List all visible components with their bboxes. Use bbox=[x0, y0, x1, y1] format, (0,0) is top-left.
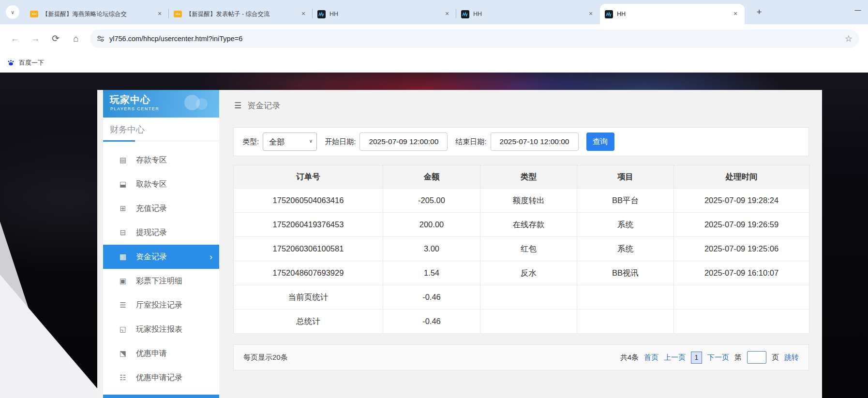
tab-search-button[interactable]: ∨ bbox=[6, 5, 19, 19]
hall-bet-icon: ☰ bbox=[119, 301, 127, 310]
empty-cell bbox=[480, 285, 577, 310]
deposit-icon: ▤ bbox=[119, 156, 127, 164]
empty-cell bbox=[577, 285, 674, 310]
tab-forum-2[interactable]: 【新提醒】发表帖子 - 综合交流 × bbox=[169, 4, 313, 24]
sidebar-item-label: 取款专区 bbox=[136, 179, 167, 190]
url-text[interactable]: yl756.com/hhcp/usercenter.html?iniType=6 bbox=[109, 35, 840, 43]
project-cell: BB平台 bbox=[577, 189, 674, 213]
sidebar-bottom-strip bbox=[103, 395, 219, 398]
table-row-grand-total: 总统计 -0.46 bbox=[234, 310, 809, 334]
page-title-bar: ☰ 资金记录 bbox=[234, 97, 280, 114]
home-icon[interactable]: ⌂ bbox=[66, 33, 86, 44]
first-page-link[interactable]: 首页 bbox=[644, 353, 658, 362]
type-cell: 在线存款 bbox=[480, 213, 577, 237]
sidebar-item-player-bet-report[interactable]: ◱ 玩家投注报表 bbox=[103, 317, 219, 341]
table-row: 1752060419376453 200.00 在线存款 系统 2025-07-… bbox=[234, 213, 809, 237]
user-center-panel: 玩家中心 PLAYERS CENTER 财务中心 ▤ 存款专区 ⬓ 取款专区 bbox=[97, 90, 822, 398]
type-cell: 红包 bbox=[480, 237, 577, 261]
jump-link[interactable]: 跳转 bbox=[784, 353, 799, 362]
project-cell: 系统 bbox=[577, 237, 674, 261]
amount-cell: 1.54 bbox=[383, 261, 480, 285]
promo-record-icon: ☷ bbox=[119, 373, 127, 382]
sidebar-item-label: 提现记录 bbox=[136, 228, 167, 238]
chevron-down-icon: ∨ bbox=[11, 9, 15, 15]
empty-cell bbox=[577, 310, 674, 334]
order-number-cell: 1752060306100581 bbox=[234, 237, 383, 261]
section-underline bbox=[103, 140, 135, 142]
sidebar-section-finance: 财务中心 bbox=[103, 119, 219, 141]
close-tab-icon[interactable]: × bbox=[299, 10, 308, 18]
sidebar-item-label: 彩票下注明细 bbox=[136, 276, 182, 286]
empty-cell bbox=[674, 310, 809, 334]
type-select-wrap: 全部 ∨ bbox=[263, 133, 317, 151]
sidebar-item-withdraw-zone[interactable]: ⬓ 取款专区 bbox=[103, 172, 219, 196]
close-tab-icon[interactable]: × bbox=[731, 10, 740, 18]
new-tab-button[interactable]: + bbox=[753, 6, 765, 18]
lottery-bet-icon: ▣ bbox=[119, 277, 127, 285]
sidebar-menu: ▤ 存款专区 ⬓ 取款专区 ⊞ 充值记录 ⊟ 提现记录 bbox=[103, 148, 219, 390]
search-button[interactable]: 查询 bbox=[586, 133, 614, 151]
tab-hh-1[interactable]: HH × bbox=[313, 4, 456, 24]
start-date-input[interactable] bbox=[359, 133, 448, 151]
withdraw-icon: ⬓ bbox=[119, 180, 127, 189]
tab-hh-3-active[interactable]: HH × bbox=[600, 4, 745, 24]
end-date-input[interactable] bbox=[491, 133, 579, 151]
players-center-header: 玩家中心 PLAYERS CENTER bbox=[103, 90, 219, 118]
type-select[interactable]: 全部 bbox=[263, 133, 317, 151]
col-type: 类型 bbox=[480, 165, 577, 189]
project-cell: 系统 bbox=[577, 213, 674, 237]
type-cell: 反水 bbox=[480, 261, 577, 285]
sidebar-item-label: 优惠申请 bbox=[136, 349, 167, 359]
navigation-bar: ← → ⟳ ⌂ yl756.com/hhcp/usercenter.html?i… bbox=[0, 24, 868, 53]
sidebar-item-recharge-records[interactable]: ⊞ 充值记录 bbox=[103, 196, 219, 221]
next-page-link[interactable]: 下一页 bbox=[707, 353, 729, 362]
chevron-right-icon: › bbox=[210, 252, 219, 262]
bookmarks-bar: 百度一下 bbox=[0, 53, 868, 73]
order-number-cell: 1752048607693929 bbox=[234, 261, 383, 285]
col-process-time: 处理时间 bbox=[674, 165, 809, 189]
close-tab-icon[interactable]: × bbox=[155, 10, 164, 18]
tab-hh-2[interactable]: HH × bbox=[456, 4, 600, 24]
sidebar-item-promo-apply-records[interactable]: ☷ 优惠申请记录 bbox=[103, 366, 219, 390]
bookmark-baidu[interactable]: 百度一下 bbox=[19, 59, 44, 67]
tab-forum-1[interactable]: 【新提醒】海燕策略论坛综合交 × bbox=[25, 4, 169, 24]
menu-icon: ☰ bbox=[234, 101, 241, 111]
hh-favicon-icon bbox=[605, 10, 613, 18]
start-date-label: 开始日期: bbox=[325, 137, 356, 147]
col-amount: 金额 bbox=[383, 165, 480, 189]
sidebar-item-label: 优惠申请记录 bbox=[136, 373, 182, 383]
table-row: 1752060504063416 -205.00 额度转出 BB平台 2025-… bbox=[234, 189, 809, 213]
back-icon[interactable]: ← bbox=[5, 33, 25, 44]
sidebar-item-withdrawal-records[interactable]: ⊟ 提现记录 bbox=[103, 221, 219, 245]
amount-cell: -0.46 bbox=[383, 285, 480, 310]
order-number-cell: 1752060504063416 bbox=[234, 189, 383, 213]
project-cell: BB视讯 bbox=[577, 261, 674, 285]
order-number-cell: 1752060419376453 bbox=[234, 213, 383, 237]
sidebar-item-promo-apply[interactable]: ⬔ 优惠申请 bbox=[103, 341, 219, 366]
bookmark-star-icon[interactable]: ☆ bbox=[845, 33, 853, 44]
close-tab-icon[interactable]: × bbox=[443, 10, 451, 18]
time-cell: 2025-07-09 19:26:59 bbox=[674, 213, 809, 237]
reload-icon[interactable]: ⟳ bbox=[45, 33, 66, 44]
sidebar-item-fund-records[interactable]: ▦ 资金记录 › bbox=[103, 245, 219, 269]
withdrawal-record-icon: ⊟ bbox=[119, 228, 127, 237]
hh-favicon-icon bbox=[317, 10, 326, 18]
end-date-label: 结束日期: bbox=[455, 137, 486, 147]
sidebar-item-deposit-zone[interactable]: ▤ 存款专区 bbox=[103, 148, 219, 172]
window-minimize-button[interactable]: — bbox=[851, 3, 865, 17]
section-title: 财务中心 bbox=[110, 124, 145, 135]
close-tab-icon[interactable]: × bbox=[586, 10, 595, 18]
table-header-row: 订单号 金额 类型 项目 处理时间 bbox=[234, 165, 809, 189]
sidebar-item-hall-bet-records[interactable]: ☰ 厅室投注记录 bbox=[103, 293, 219, 317]
prev-page-link[interactable]: 上一页 bbox=[664, 353, 686, 362]
sidebar-title: 玩家中心 bbox=[110, 93, 150, 106]
page-background: 玩家中心 PLAYERS CENTER 财务中心 ▤ 存款专区 ⬓ 取款专区 bbox=[0, 73, 868, 398]
url-input[interactable]: yl756.com/hhcp/usercenter.html?iniType=6… bbox=[90, 29, 859, 48]
page-jump-input[interactable] bbox=[747, 351, 766, 364]
forward-icon[interactable]: → bbox=[25, 33, 45, 44]
current-page-indicator[interactable]: 1 bbox=[691, 352, 702, 364]
hh-favicon-icon bbox=[461, 10, 469, 18]
sidebar-item-lottery-bet-details[interactable]: ▣ 彩票下注明细 bbox=[103, 269, 219, 293]
site-settings-icon[interactable] bbox=[97, 35, 105, 43]
tab-title: 【新提醒】发表帖子 - 综合交流 bbox=[186, 10, 295, 18]
